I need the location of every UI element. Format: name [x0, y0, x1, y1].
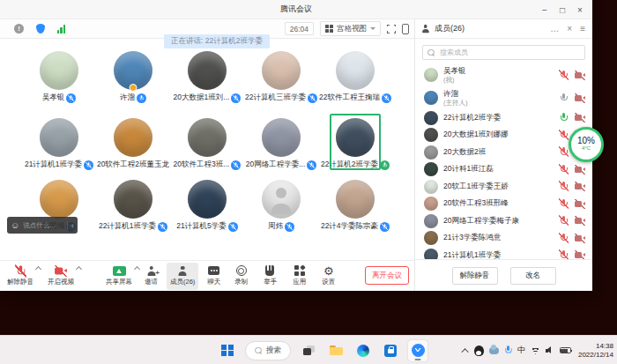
qq-icon[interactable]	[474, 345, 484, 356]
member-row[interactable]: 吴孝银(我)	[415, 63, 592, 86]
edge-button[interactable]	[353, 340, 373, 361]
video-options-caret[interactable]	[76, 265, 82, 271]
mic-muted-icon	[308, 93, 317, 103]
store-button[interactable]	[381, 340, 400, 361]
share-options-caret[interactable]	[134, 265, 140, 271]
participant-tile[interactable]: 20软件工程3班...	[170, 118, 244, 170]
member-search-input[interactable]	[438, 48, 580, 57]
member-search-box[interactable]	[422, 45, 585, 60]
mic-muted-icon[interactable]	[560, 71, 568, 80]
camera-off-icon[interactable]	[575, 71, 585, 79]
participant-tile[interactable]: 22软件工程王掬瑞	[318, 51, 392, 103]
participant-tile[interactable]: 许溜	[96, 51, 170, 103]
camera-off-icon[interactable]	[575, 166, 585, 174]
unmute-member-button[interactable]: 解除静音	[452, 267, 498, 285]
microphone-tray-icon[interactable]	[504, 345, 512, 355]
battery-icon[interactable]	[560, 347, 571, 353]
volume-icon[interactable]	[546, 346, 554, 354]
leave-meeting-button[interactable]: 离开会议	[365, 266, 409, 285]
percent-value: 10%	[577, 137, 595, 145]
panel-close-icon[interactable]: ×	[565, 24, 574, 33]
chat-button[interactable]: 聊天	[204, 263, 224, 290]
apps-button[interactable]: 应用	[289, 263, 309, 290]
mic-muted-icon[interactable]	[560, 216, 568, 226]
participant-tile[interactable]: 21计算机1班学委	[22, 118, 96, 170]
start-video-button[interactable]: 开启视频	[44, 263, 78, 290]
participant-tile[interactable]: 吴孝银	[22, 51, 96, 103]
members-button[interactable]: 成员(26)	[167, 263, 198, 290]
camera-off-icon[interactable]	[575, 200, 585, 208]
participant-tile[interactable]: 20软件工程2班董玉龙	[96, 118, 170, 170]
task-view-button[interactable]	[299, 340, 318, 361]
record-button[interactable]: 录制	[231, 263, 251, 290]
mic-muted-icon[interactable]	[560, 147, 568, 157]
taskbar-search[interactable]: 搜索	[245, 341, 291, 360]
member-row[interactable]: 20计科1班江磊	[415, 161, 592, 179]
hidden-icons-chevron[interactable]	[464, 348, 469, 353]
close-button[interactable]: ×	[571, 0, 589, 19]
tray-app-icon[interactable]	[489, 347, 499, 354]
chat-quick-input[interactable]: ☺ 说点什么... ‹	[7, 217, 78, 234]
meeting-info-icon[interactable]: !	[14, 24, 24, 33]
participant-tile[interactable]: 22计算机1班学委	[96, 180, 170, 232]
rename-button[interactable]: 改名	[510, 267, 556, 285]
windows-logo-icon	[221, 345, 233, 356]
panel-more-icon[interactable]: …	[548, 24, 561, 33]
member-row[interactable]: 20软工1班学委王娇	[415, 178, 592, 196]
mic-muted-icon[interactable]	[560, 234, 568, 243]
share-screen-button[interactable]: 共享屏幕	[102, 263, 136, 290]
member-row[interactable]: 22计算机2班学委	[415, 109, 592, 127]
battery-temp-widget[interactable]: 10% 4°C	[569, 127, 604, 162]
invite-button[interactable]: + 邀请	[141, 263, 161, 290]
meeting-app-button[interactable]	[408, 340, 427, 361]
chat-input-placeholder[interactable]: 说点什么...	[23, 221, 63, 230]
camera-off-icon[interactable]	[575, 234, 585, 242]
emoji-icon[interactable]: ☺	[11, 221, 19, 230]
collapse-chat-icon[interactable]: ‹	[71, 221, 74, 230]
start-button[interactable]	[218, 340, 237, 361]
mic-speaking-icon[interactable]	[560, 113, 568, 123]
mic-options-caret[interactable]	[35, 265, 41, 271]
participant-tile[interactable]: 22计算机三班学委	[244, 51, 318, 103]
mic-muted-icon[interactable]	[560, 130, 568, 140]
member-row[interactable]: 20软件工程3班邢峰	[415, 196, 592, 213]
member-row[interactable]: 20大数据1班刘娜娜	[415, 127, 592, 145]
mic-muted-icon[interactable]	[560, 199, 568, 209]
camera-off-icon[interactable]	[575, 182, 585, 190]
member-row[interactable]: 21计3学委陈鸿意	[415, 230, 592, 248]
settings-button[interactable]: ⚙ 设置	[318, 263, 338, 290]
view-mode-label: 宫格视图	[337, 24, 367, 34]
camera-off-icon[interactable]	[575, 251, 585, 259]
ime-indicator[interactable]: 中	[517, 345, 525, 356]
members-person-icon	[178, 266, 188, 276]
participant-tile[interactable]: 21计算机5学委	[170, 180, 244, 232]
minimize-button[interactable]: −	[536, 0, 554, 19]
maximize-button[interactable]: □	[554, 0, 571, 19]
mic-on-icon[interactable]	[560, 93, 568, 103]
security-shield-icon[interactable]	[36, 24, 45, 33]
wifi-icon[interactable]	[531, 346, 540, 354]
device-icon[interactable]	[402, 24, 409, 34]
camera-off-icon[interactable]	[575, 114, 585, 122]
participant-tile-speaking[interactable]: 22计算机2班学委	[318, 118, 392, 170]
mic-muted-icon[interactable]	[560, 165, 568, 175]
fullscreen-icon[interactable]	[387, 25, 396, 33]
taskbar-clock[interactable]: 14:38 2022/12/14	[578, 342, 613, 360]
member-row[interactable]: 20网络工程学委梅子康	[415, 212, 592, 230]
unmute-button[interactable]: 解除静音	[4, 263, 37, 290]
members-panel: 成员(26) … × ≡ 吴孝银(我) 许溜(主持人)	[414, 19, 592, 291]
camera-off-icon[interactable]	[575, 217, 585, 225]
view-mode-button[interactable]: 宫格视图	[320, 21, 381, 36]
file-explorer-button[interactable]	[326, 340, 346, 361]
participant-tile[interactable]: 20网络工程学委...	[244, 118, 318, 170]
participant-tile[interactable]: 20大数据1班刘...	[170, 51, 244, 103]
window-controls: − □ ×	[536, 0, 589, 19]
participant-tile[interactable]: 周炜	[244, 180, 318, 232]
participant-tile[interactable]: 22计4学委陈宗豪	[318, 180, 392, 232]
member-row[interactable]: 许溜(主持人)	[415, 86, 592, 109]
member-row[interactable]: 20大数据2班	[415, 144, 592, 161]
camera-off-icon[interactable]	[575, 94, 585, 102]
mic-muted-icon[interactable]	[560, 182, 568, 191]
panel-rail-icon[interactable]: ≡	[578, 24, 587, 33]
raise-hand-button[interactable]: 举手	[260, 263, 280, 290]
